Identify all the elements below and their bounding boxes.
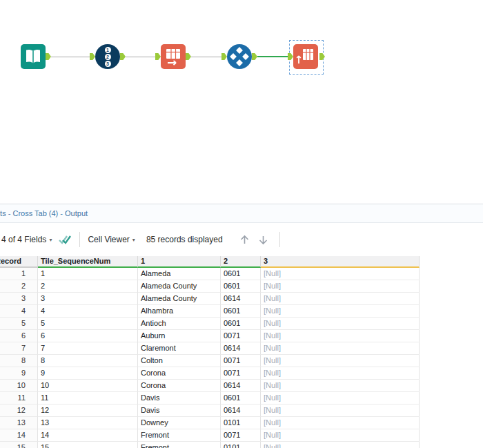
apply-double-check-icon[interactable]	[58, 235, 72, 245]
grid-cell[interactable]: Corona	[138, 367, 221, 380]
grid-cell[interactable]: [Null]	[261, 318, 420, 330]
grid-cell[interactable]: 6	[38, 330, 138, 342]
grid-cell[interactable]: 5	[38, 318, 138, 330]
grid-cell[interactable]: [Null]	[261, 342, 420, 355]
record-number-cell[interactable]: 15	[0, 442, 38, 448]
grid-cell[interactable]: Downey	[138, 417, 221, 429]
column-header-1[interactable]: 1	[138, 256, 221, 268]
record-number-cell[interactable]: 3	[0, 293, 38, 305]
record-number-cell[interactable]: 1	[0, 268, 38, 280]
chevron-down-icon[interactable]: ▾	[49, 237, 52, 243]
output-anchor-icon[interactable]	[120, 53, 126, 60]
grid-cell[interactable]: Claremont	[138, 342, 221, 355]
grid-cell[interactable]: 9	[38, 367, 138, 380]
record-number-cell[interactable]: 4	[0, 305, 38, 318]
grid-cell[interactable]: [Null]	[261, 380, 420, 392]
connection-line[interactable]	[51, 57, 90, 57]
grid-cell[interactable]: 0614	[221, 342, 261, 355]
grid-cell[interactable]: [Null]	[261, 367, 420, 380]
grid-cell[interactable]: [Null]	[261, 305, 420, 318]
grid-cell[interactable]: Davis	[138, 392, 221, 405]
output-anchor-icon[interactable]	[319, 53, 325, 60]
grid-cell[interactable]: 0614	[221, 293, 261, 305]
connection-line[interactable]	[126, 57, 155, 57]
grid-cell[interactable]: 0071	[221, 330, 261, 342]
grid-cell[interactable]: 0601	[221, 392, 261, 405]
grid-cell[interactable]: 0071	[221, 429, 261, 442]
grid-cell[interactable]: 3	[38, 293, 138, 305]
grid-cell[interactable]: [Null]	[261, 268, 420, 280]
grid-cell[interactable]: 0071	[221, 355, 261, 367]
grid-cell[interactable]: [Null]	[261, 293, 420, 305]
grid-cell[interactable]: 1	[38, 268, 138, 280]
tile-tool[interactable]	[227, 44, 252, 69]
grid-cell[interactable]: Alameda	[138, 268, 221, 280]
output-anchor-icon[interactable]	[186, 53, 191, 60]
input-anchor-icon[interactable]	[221, 53, 227, 60]
record-number-cell[interactable]: 13	[0, 417, 38, 429]
grid-cell[interactable]: [Null]	[261, 330, 420, 342]
connection-line[interactable]	[191, 57, 221, 57]
record-number-cell[interactable]: 11	[0, 392, 38, 405]
grid-cell[interactable]: Antioch	[138, 318, 221, 330]
grid-cell[interactable]: 7	[38, 342, 138, 355]
grid-cell[interactable]: Alameda County	[138, 293, 221, 305]
column-header-3[interactable]: 3	[261, 256, 420, 268]
column-header-record[interactable]: Record	[0, 256, 38, 268]
output-anchor-icon[interactable]	[46, 53, 51, 60]
column-header-tile-sequencenum[interactable]: Tile_SequenceNum	[38, 256, 138, 268]
grid-cell[interactable]: Davis	[138, 405, 221, 417]
grid-cell[interactable]: Alameda County	[138, 280, 221, 293]
connection-line-active[interactable]	[257, 56, 288, 57]
input-anchor-icon[interactable]	[155, 53, 161, 60]
grid-cell[interactable]: [Null]	[261, 405, 420, 417]
record-number-cell[interactable]: 8	[0, 355, 38, 367]
transpose-tool[interactable]	[161, 44, 186, 69]
grid-cell[interactable]: Corona	[138, 380, 221, 392]
grid-cell[interactable]: Auburn	[138, 330, 221, 342]
cell-viewer-dropdown[interactable]: Cell Viewer	[88, 235, 129, 244]
grid-cell[interactable]: 0601	[221, 305, 261, 318]
grid-cell[interactable]: [Null]	[261, 392, 420, 405]
arrow-up-icon[interactable]	[238, 233, 251, 246]
grid-cell[interactable]: 0071	[221, 367, 261, 380]
grid-cell[interactable]: 10	[38, 380, 138, 392]
grid-cell[interactable]: [Null]	[261, 429, 420, 442]
output-anchor-icon[interactable]	[252, 53, 257, 60]
grid-cell[interactable]: 0601	[221, 318, 261, 330]
chevron-down-icon[interactable]: ▾	[132, 237, 135, 243]
cross-tab-tool[interactable]	[293, 44, 318, 69]
record-number-cell[interactable]: 9	[0, 367, 38, 380]
grid-cell[interactable]: 8	[38, 355, 138, 367]
grid-cell[interactable]: 0101	[221, 417, 261, 429]
grid-cell[interactable]: 0614	[221, 405, 261, 417]
fields-dropdown[interactable]: 4 of 4 Fields	[1, 235, 46, 244]
grid-cell[interactable]: Fremont	[138, 442, 221, 448]
grid-cell[interactable]: [Null]	[261, 417, 420, 429]
record-number-cell[interactable]: 2	[0, 280, 38, 293]
column-header-2[interactable]: 2	[221, 256, 261, 268]
grid-cell[interactable]: 14	[38, 429, 138, 442]
grid-cell[interactable]: 15	[38, 442, 138, 448]
grid-cell[interactable]: [Null]	[261, 355, 420, 367]
record-number-cell[interactable]: 12	[0, 405, 38, 417]
grid-cell[interactable]: 0614	[221, 380, 261, 392]
record-number-cell[interactable]: 6	[0, 330, 38, 342]
arrow-down-icon[interactable]	[257, 233, 270, 246]
grid-cell[interactable]: [Null]	[261, 442, 420, 448]
grid-cell[interactable]: 13	[38, 417, 138, 429]
grid-cell[interactable]: Alhambra	[138, 305, 221, 318]
record-number-cell[interactable]: 14	[0, 429, 38, 442]
input-data-tool[interactable]	[21, 44, 46, 69]
grid-cell[interactable]: 11	[38, 392, 138, 405]
record-id-tool[interactable]: 1 2 3	[95, 44, 120, 69]
input-anchor-icon[interactable]	[90, 53, 95, 60]
grid-cell[interactable]: 0601	[221, 268, 261, 280]
record-number-cell[interactable]: 10	[0, 380, 38, 392]
grid-cell[interactable]: 2	[38, 280, 138, 293]
grid-cell[interactable]: Colton	[138, 355, 221, 367]
grid-cell[interactable]: [Null]	[261, 280, 420, 293]
grid-cell[interactable]: 0101	[221, 442, 261, 448]
workflow-canvas[interactable]: 1 2 3	[0, 0, 483, 204]
grid-cell[interactable]: Fremont	[138, 429, 221, 442]
